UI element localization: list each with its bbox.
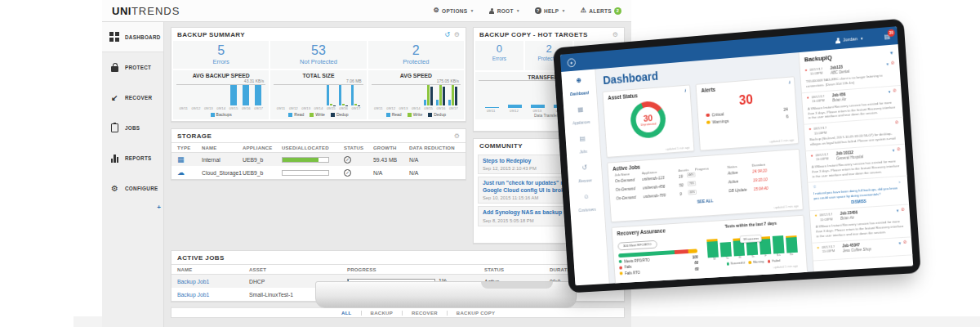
notification-datetime: 08/17/1711:03PM <box>812 93 831 103</box>
logo-rest: TRENDS <box>131 5 180 17</box>
nav-item-appliances[interactable]: ▦Appliances <box>564 105 599 128</box>
stage: UNITRENDS ⚙OPTIONS▼ ROOT▼ ?HELP▼ ⚠ALERTS… <box>0 0 980 327</box>
expand-chevron-icon[interactable]: › <box>898 180 900 185</box>
jobs-filter-tab[interactable]: BACKUP <box>361 311 402 316</box>
snooze-icon[interactable]: ⊘ <box>895 120 899 125</box>
column-header: TYPE <box>177 146 202 150</box>
snooze-icon[interactable]: ⊘ <box>891 61 895 66</box>
filter-icon[interactable]: ▼ <box>889 50 894 55</box>
recovery-assurance-card: Recovery Assurance 300 Meet RPO/RTO Meet… <box>612 215 808 284</box>
expand-chevron-icon[interactable]: ▾ <box>897 208 899 213</box>
bar-plot <box>372 84 461 105</box>
alerts-label: ALERTS <box>589 8 612 14</box>
sidebar-item-protect[interactable]: PROTECT <box>102 52 163 83</box>
sidebar-item-configure[interactable]: ⚙CONFIGURE <box>102 173 163 204</box>
gear-icon: ⚙ <box>109 185 120 193</box>
storage-appliance: UEB9_b <box>243 170 282 176</box>
backupiq-panel: BackupIQ▼ ● 08/17/1711:03PM Job123ABC De… <box>799 44 914 271</box>
storage-row[interactable]: ☁ Cloud_Storage1 UEB9_b ✓ N/A N/A <box>172 166 466 179</box>
dashboard-grid-icon <box>109 35 120 39</box>
updated-label: updated 1 min ago <box>666 146 690 151</box>
sidebar-item-dashboard[interactable]: DASHBOARD <box>102 22 163 52</box>
options-label: OPTIONS <box>442 8 467 14</box>
storage-growth: N/A <box>373 170 409 176</box>
gear-icon[interactable]: ⚙ <box>454 132 460 140</box>
options-menu[interactable]: ⚙OPTIONS▼ <box>434 7 474 14</box>
stat-value: 2 <box>370 43 462 58</box>
snooze-icon[interactable]: ⊘ <box>901 208 905 213</box>
gear-icon[interactable]: ⚙ <box>612 31 618 38</box>
storage-type-icon: ▦ <box>177 156 202 164</box>
jobs-filter-tabs: ALLBACKUPRECOVERBACKUP COPY <box>171 307 625 318</box>
laptop-main: Dashboard Asset Status i 30Unprotected u… <box>595 52 813 284</box>
recover-icon: ↺ <box>568 164 602 172</box>
refresh-icon[interactable]: ↺ <box>444 31 450 38</box>
clipboard-icon <box>109 123 120 132</box>
recover-arrow-icon: ↙ <box>109 94 120 102</box>
job-name-link[interactable]: Backup Job1 <box>177 279 249 284</box>
sidebar-item-reports[interactable]: REPORTS <box>102 143 163 173</box>
expand-chevron-icon[interactable]: ▾ <box>898 240 901 245</box>
expand-chevron-icon[interactable]: ▾ <box>886 61 889 66</box>
nav-item-customers[interactable]: ☺Customers <box>569 193 604 216</box>
column-header: NAME <box>202 146 243 150</box>
nav-item-jobs[interactable]: ▤Jobs <box>565 135 600 158</box>
warning-triangle-icon: ⚠ <box>581 7 586 14</box>
notification-title <box>839 180 896 184</box>
stat-label: Errors <box>477 56 522 61</box>
column-header: APPLIANCE <box>243 146 282 150</box>
snooze-icon[interactable]: ⊘ <box>897 147 901 152</box>
storage-type-icon: ☁ <box>177 169 202 177</box>
user-menu[interactable]: Jordan▼ <box>835 35 863 43</box>
updated-label: updated 1 min ago <box>774 204 799 209</box>
laptop-active-jobs-card: Active Jobs Job NameApplianceAssetsProgr… <box>607 149 804 222</box>
avg-backup-speed-chart: AVG BACKUP SPEED 43.31 KB/s 09/1109/1209… <box>173 70 269 119</box>
info-icon[interactable]: i <box>789 80 791 85</box>
dashboard-icon: ⊕ <box>562 76 596 85</box>
severity-dot <box>706 120 710 124</box>
jobs-filter-tab[interactable]: ALL <box>332 311 361 316</box>
bar-chart-icon <box>109 155 120 163</box>
severity-dot <box>706 114 710 118</box>
used-allocated-bar <box>282 170 329 176</box>
stat-value: 53 <box>272 43 364 58</box>
post-date: Sep 12, 2015 2:10:43 PM <box>483 166 537 171</box>
backup-summary-stats: 5Errors53Not Protected2Protected <box>172 41 466 69</box>
job-name-link[interactable]: Backup Job1 <box>177 292 249 298</box>
storage-name: Internal <box>202 157 243 163</box>
snooze-icon[interactable]: ⊘ <box>893 88 897 93</box>
backupiq-title: BackupIQ <box>804 54 832 64</box>
post-date: Sep 10, 2015 11:15:16 AM <box>483 195 538 200</box>
storage-growth: 59.43 MB <box>373 157 409 163</box>
severity-icon: ● <box>815 213 817 218</box>
sidebar-item-jobs[interactable]: JOBS <box>102 113 163 143</box>
expand-chevron-icon[interactable]: ▾ <box>888 89 890 94</box>
alerts-menu[interactable]: ⚠ALERTS2 <box>581 7 621 15</box>
expand-chevron-icon[interactable]: ▾ <box>892 147 894 152</box>
column-header: PROGRESS <box>347 267 484 272</box>
avg-speed-chart: AVG SPEED 175.05 KB/s 09/1109/1209/1309/… <box>368 70 464 119</box>
lock-icon <box>109 63 120 72</box>
nav-item-recover[interactable]: ↺Recover <box>568 164 603 186</box>
info-icon[interactable]: i <box>684 88 686 93</box>
progress-bar: 78% <box>696 182 728 185</box>
jobs-filter-tab[interactable]: BACKUP COPY <box>447 311 505 316</box>
notifications-icon[interactable]: ▤30 <box>884 32 890 40</box>
progress-bar: 44% <box>696 173 728 176</box>
help-menu[interactable]: ?HELP▼ <box>535 7 566 14</box>
gear-icon[interactable]: ⚙ <box>454 31 460 38</box>
nav-item-dashboard[interactable]: ⊕Dashboard <box>562 76 597 99</box>
sidebar-expand-toggle[interactable]: + <box>157 204 161 211</box>
root-label: ROOT <box>497 8 514 14</box>
customers-icon: ☺ <box>569 193 604 201</box>
backup-summary-card: BACKUP SUMMARY ↺⚙ 5Errors53Not Protected… <box>171 27 466 122</box>
root-user-menu[interactable]: ROOT▼ <box>489 8 520 14</box>
stat-tile: 2Protected <box>368 41 464 69</box>
stat-label: Not Protected <box>272 58 364 65</box>
jobs-filter-tab[interactable]: RECOVER <box>402 311 447 316</box>
rpo-rto-button[interactable]: 300 Meet RPO/RTO <box>617 240 657 250</box>
storage-row[interactable]: ▦ Internal UEB9_b ✓ 59.43 MB N/A <box>172 153 466 166</box>
laptop-bezel: ✦ Jordan▼ ▤30 ⊕Dashboard ▦Appliances ▤Jo… <box>553 19 921 293</box>
snooze-icon[interactable]: ⊘ <box>903 240 907 244</box>
sidebar-item-recover[interactable]: ↙RECOVER <box>102 83 163 113</box>
